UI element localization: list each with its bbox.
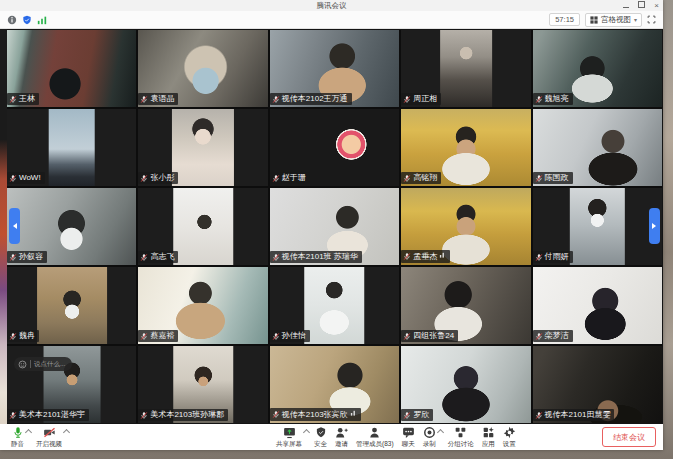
participant-nametag: 视传本2103张宾欣	[270, 408, 361, 421]
participant-tile[interactable]: 美术本2101湛华宇说点什么...	[7, 346, 136, 423]
next-page-button[interactable]	[649, 208, 660, 244]
record-icon	[423, 426, 436, 439]
end-meeting-button[interactable]: 结束会议	[602, 427, 656, 447]
video-feed	[37, 267, 107, 344]
participant-tile[interactable]: 陈国政	[533, 109, 662, 186]
participant-nametag: 视传本2101田慧雯	[533, 409, 615, 421]
participant-tile[interactable]: 孙叙容	[7, 188, 136, 265]
meeting-info-icon[interactable]	[7, 15, 17, 25]
participant-tile[interactable]: 蔡嘉裕	[138, 267, 267, 344]
participant-name: 周正相	[413, 94, 437, 104]
breakout-rooms-icon	[454, 426, 467, 439]
video-feed	[173, 188, 233, 265]
mic-muted-icon	[9, 332, 17, 341]
participant-tile[interactable]: 视传本2101班 苏瑞华	[270, 188, 399, 265]
participant-tile[interactable]: 张小彤	[138, 109, 267, 186]
participant-tile[interactable]: 罗欣	[401, 346, 530, 423]
participant-nametag: 视传本2101班 苏瑞华	[270, 251, 362, 263]
participant-tile[interactable]: 视传本2103张宾欣	[270, 346, 399, 423]
apps-icon	[482, 426, 495, 439]
toolbar-button-apps[interactable]: 应用	[478, 426, 499, 449]
toolbar-button-invite[interactable]: 邀请	[331, 426, 352, 449]
participant-name: 赵于珊	[282, 173, 306, 183]
participant-tile[interactable]: 孙佳怡	[270, 267, 399, 344]
participant-name: 四组张鲁24	[413, 331, 454, 341]
participant-nametag: WoW!	[7, 172, 45, 184]
chevron-up-icon[interactable]	[25, 428, 32, 435]
participant-name: 视传本2101班 苏瑞华	[282, 252, 358, 262]
maximize-button[interactable]	[638, 1, 645, 10]
title-bar[interactable]: 腾讯会议 ×	[0, 0, 663, 11]
mic-muted-icon	[140, 174, 148, 183]
participant-nametag: 袁语晶	[138, 93, 178, 105]
toolbar-button-label: 邀请	[335, 440, 348, 449]
toolbar-button-label: 管理成员(83)	[356, 440, 394, 449]
toolbar-button-label: 设置	[503, 440, 516, 449]
participant-tile[interactable]: 赵于珊	[270, 109, 399, 186]
participant-tile[interactable]: 高志飞	[138, 188, 267, 265]
window-title: 腾讯会议	[317, 1, 347, 11]
participant-name: 张小彤	[150, 173, 174, 183]
toolbar-button-shield[interactable]: 安全	[310, 426, 331, 449]
participant-tile[interactable]: 付雨妍	[533, 188, 662, 265]
mic-muted-icon	[272, 253, 280, 262]
toolbar-button-settings[interactable]: 设置	[499, 426, 520, 449]
toolbar-button-camera-off[interactable]: 开启视频	[32, 426, 66, 449]
maximize-icon	[638, 1, 645, 8]
video-feed	[570, 188, 624, 265]
mic-muted-icon	[272, 95, 280, 104]
participant-tile[interactable]: WoW!	[7, 109, 136, 186]
participant-tile[interactable]: 魏冉	[7, 267, 136, 344]
participant-tile[interactable]: 栾梦洁	[533, 267, 662, 344]
toolbar-left-group: 静音开启视频	[7, 426, 70, 449]
participant-tile[interactable]: 孟垂杰	[401, 188, 530, 265]
participant-nametag: 魏冉	[7, 330, 39, 342]
mic-muted-icon	[403, 95, 411, 104]
previous-page-button[interactable]	[9, 208, 20, 244]
mic-muted-icon	[9, 174, 17, 183]
toolbar-button-record[interactable]: 录制	[419, 426, 440, 449]
minimize-button[interactable]	[623, 2, 629, 10]
participant-name: 罗欣	[413, 410, 429, 420]
video-feed	[440, 30, 492, 107]
toolbar-button-chat[interactable]: 聊天	[398, 426, 419, 449]
desktop-edge-strip	[0, 29, 7, 424]
mic-muted-icon	[403, 174, 411, 183]
participant-nametag: 视传本2102王万通	[270, 93, 352, 105]
toolbar-button-screen-share[interactable]: 共享屏幕	[272, 426, 306, 449]
chevron-up-icon[interactable]	[63, 428, 70, 435]
close-button[interactable]: ×	[654, 2, 659, 10]
quick-chat-bar[interactable]: 说点什么...	[14, 357, 72, 371]
network-signal-icon[interactable]	[37, 15, 47, 25]
participant-tile[interactable]: 视传本2102王万通	[270, 30, 399, 107]
participant-tile[interactable]: 袁语晶	[138, 30, 267, 107]
participant-nametag: 高铭翔	[401, 172, 441, 184]
participant-tile[interactable]: 周正相	[401, 30, 530, 107]
mic-muted-icon	[9, 95, 17, 104]
toolbar-button-breakout[interactable]: 分组讨论	[444, 426, 478, 449]
toolbar-button-members[interactable]: 管理成员(83)	[352, 426, 398, 449]
participant-tile[interactable]: 王林	[7, 30, 136, 107]
mic-muted-icon	[403, 411, 411, 420]
quick-chat-placeholder[interactable]: 说点什么...	[34, 360, 65, 369]
chevron-up-icon[interactable]	[303, 428, 310, 435]
participant-tile[interactable]: 视传本2101田慧雯	[533, 346, 662, 423]
view-switcher[interactable]: 宫格视图 ▾	[585, 13, 642, 27]
security-shield-icon[interactable]	[22, 15, 32, 25]
mic-muted-icon	[140, 411, 148, 420]
toolbar-button-label: 分组讨论	[448, 440, 474, 449]
fullscreen-button[interactable]	[647, 15, 656, 24]
participant-name: 蔡嘉裕	[150, 331, 174, 341]
toolbar-button-label: 共享屏幕	[276, 440, 302, 449]
participant-name: 栾梦洁	[545, 331, 569, 341]
participant-tile[interactable]: 美术本2103班孙琳郡	[138, 346, 267, 423]
toolbar-button-label: 开启视频	[36, 440, 62, 449]
participant-tile[interactable]: 高铭翔	[401, 109, 530, 186]
participant-nametag: 陈国政	[533, 172, 573, 184]
microphone-icon	[12, 426, 24, 439]
participant-tile[interactable]: 魏旭亮	[533, 30, 662, 107]
participant-nametag: 四组张鲁24	[401, 330, 458, 342]
toolbar-button-mic[interactable]: 静音	[7, 426, 28, 449]
participant-tile[interactable]: 四组张鲁24	[401, 267, 530, 344]
participant-name: 高志飞	[150, 252, 174, 262]
